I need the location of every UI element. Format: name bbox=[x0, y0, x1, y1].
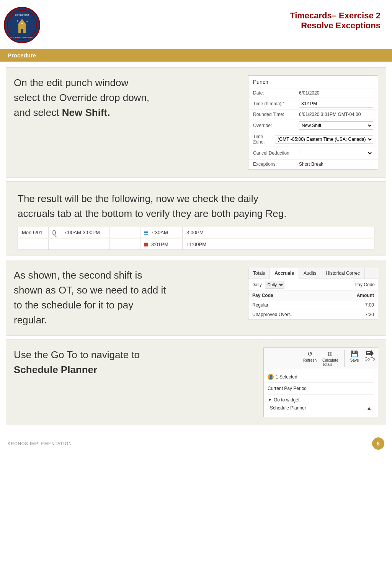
punch-label-exceptions: Exceptions: bbox=[253, 161, 299, 167]
section2: The result will be the following, now we… bbox=[6, 181, 386, 256]
accruals-container: Totals Accruals Audits Historical Correc… bbox=[248, 268, 378, 320]
goto-selected-label: 1 Selected bbox=[276, 374, 297, 380]
tc-punch-in-2: 3:01PM bbox=[140, 239, 183, 250]
punch-select-cancel[interactable] bbox=[299, 149, 373, 157]
goto-widget-label[interactable]: ▼ Go to widget bbox=[268, 396, 374, 404]
accruals-tabs: Totals Accruals Audits Historical Correc bbox=[248, 268, 378, 279]
tab-totals[interactable]: Totals bbox=[248, 268, 270, 279]
title-line2: Resolve Exceptions bbox=[42, 21, 381, 31]
section1-line3: and select New Shift. bbox=[14, 105, 240, 120]
goto-panel: ↺ Refresh ⊞ CalculateTotals 💾 Save Go To bbox=[263, 347, 378, 417]
procedure-bar: Procedure bbox=[0, 49, 392, 62]
goto-selected-row: 👤 1 Selected bbox=[268, 372, 374, 383]
section1-line1: On the edit punch window bbox=[14, 75, 240, 90]
accruals-filter-label: Daily bbox=[252, 282, 262, 287]
accruals-col-paycode: Pay Code bbox=[248, 291, 334, 300]
goto-widget-text: Go to widget bbox=[274, 397, 299, 403]
red-punch-icon bbox=[144, 243, 148, 246]
punch-row-exceptions: Exceptions: Short Break bbox=[248, 160, 378, 169]
punch-label-override: Override: bbox=[253, 123, 299, 128]
page-number: 8 bbox=[372, 437, 384, 450]
accruals-filter-row: Daily Daily Pay Code bbox=[248, 279, 378, 291]
tc-date-label-1: Mon 6/01 bbox=[22, 230, 42, 235]
tc-date-1: Mon 6/01 bbox=[18, 227, 49, 238]
arrow-up-icon: ▲ bbox=[366, 405, 372, 411]
calculate-icon: ⊞ bbox=[328, 350, 333, 357]
punch-select-timezone[interactable]: (GMT -05:00) Eastern Time (USA; Canada) bbox=[275, 135, 373, 144]
section3-line1: As shown, the second shift is bbox=[14, 268, 240, 283]
punch-label-time: Time (h:mma) * bbox=[253, 101, 299, 106]
tc-shift-label-1: 7:00AM-3:00PM bbox=[64, 230, 100, 235]
refresh-button[interactable]: ↺ Refresh bbox=[303, 350, 317, 367]
section1-line2: select the Override drop down, bbox=[14, 90, 240, 105]
tc-punch-out-1: 3:00PM bbox=[183, 227, 217, 238]
tab-accruals[interactable]: Accruals bbox=[270, 268, 299, 279]
accruals-table: Pay Code Amount Regular 7:00 Unapproved … bbox=[248, 291, 378, 320]
punch-value-exceptions: Short Break bbox=[299, 161, 373, 167]
calculate-button[interactable]: ⊞ CalculateTotals bbox=[322, 350, 338, 367]
svg-text:CONNECTICUT: CONNECTICUT bbox=[15, 14, 29, 16]
logo-circle: CONNECTICUT DEPT OF ADMINISTRATIVE SERVI… bbox=[4, 7, 40, 43]
accruals-cell-amount-ot: 7:30 bbox=[334, 310, 378, 320]
save-icon: 💾 bbox=[351, 350, 358, 357]
tc-search-icon[interactable] bbox=[49, 227, 60, 238]
punch-row-time: Time (h:mma) * bbox=[248, 98, 378, 110]
title-area: Timecards– Exercise 2 Resolve Exceptions bbox=[42, 7, 381, 31]
tc-punch-time-out-2: 11:00PM bbox=[186, 241, 206, 247]
section2-line2: accruals tab at the bottom to verify the… bbox=[18, 206, 374, 221]
section4-line2: Schedule Planner bbox=[14, 362, 256, 377]
goto-schedule-planner[interactable]: Schedule Planner ▲ bbox=[268, 404, 374, 412]
triangle-down-icon: ▼ bbox=[268, 397, 272, 403]
refresh-label: Refresh bbox=[303, 358, 317, 362]
schedule-planner-label: Schedule Planner bbox=[270, 405, 306, 411]
punch-value-rounded: 6/01/2020 3:01PM GMT-04:00 bbox=[299, 112, 373, 117]
procedure-label: Procedure bbox=[8, 52, 36, 59]
punch-label-timezone: Time Zone: bbox=[253, 134, 275, 145]
section4-line1: Use the Go To to navigate to bbox=[14, 347, 256, 362]
goto-period-label: Current Pay Period bbox=[268, 386, 307, 391]
tab-historical[interactable]: Historical Correc bbox=[321, 268, 365, 279]
svg-rect-10 bbox=[366, 351, 371, 355]
tc-date-2 bbox=[18, 239, 49, 250]
section3-line2: shown as OT, so we need to add it bbox=[14, 283, 240, 298]
tc-icon-2 bbox=[49, 239, 60, 250]
svg-text:DEPT OF ADMINISTRATIVE SERVICE: DEPT OF ADMINISTRATIVE SERVICES bbox=[8, 36, 36, 38]
accruals-row-regular: Regular 7:00 bbox=[248, 300, 378, 310]
punch-form-title: Punch bbox=[248, 76, 378, 88]
footer-text: KRONOS IMPLEMENTATION bbox=[8, 441, 72, 446]
header: CONNECTICUT DEPT OF ADMINISTRATIVE SERVI… bbox=[0, 0, 392, 49]
calculate-label: CalculateTotals bbox=[322, 358, 338, 367]
svg-text:★: ★ bbox=[26, 20, 28, 22]
tc-shift-1: 7:00AM-3:00PM bbox=[60, 227, 110, 238]
goto-button[interactable]: Go To bbox=[365, 350, 375, 367]
goto-label: Go To bbox=[365, 357, 375, 361]
tab-audits[interactable]: Audits bbox=[299, 268, 321, 279]
tc-punch-out-2: 11:00PM bbox=[183, 239, 217, 250]
section1-line3-prefix: and select bbox=[14, 107, 62, 118]
section3-line3: to the schedule for it to pay bbox=[14, 298, 240, 313]
section2-text: The result will be the following, now we… bbox=[18, 191, 374, 221]
goto-period-row: Current Pay Period bbox=[268, 384, 374, 393]
accruals-filter-select[interactable]: Daily bbox=[265, 281, 284, 289]
save-button[interactable]: 💾 Save bbox=[350, 350, 359, 367]
goto-toolbar: ↺ Refresh ⊞ CalculateTotals 💾 Save Go To bbox=[264, 348, 378, 369]
timecard-row-2: 3:01PM 11:00PM bbox=[18, 239, 374, 250]
accruals-cell-paycode-ot: Unapproved Overt... bbox=[248, 310, 334, 320]
punch-value-date: 6/01/2020 bbox=[299, 90, 373, 96]
section3-line4: regular. bbox=[14, 313, 240, 328]
section1: On the edit punch window select the Over… bbox=[6, 67, 386, 178]
tc-punch-time-in-2: 3:01PM bbox=[151, 241, 168, 247]
punch-select-override[interactable]: New Shift bbox=[299, 121, 373, 130]
svg-rect-6 bbox=[21, 29, 23, 33]
timecard-row-1: Mon 6/01 7:00AM-3:00PM 7:30AM 3:00PM bbox=[18, 227, 374, 238]
svg-text:★: ★ bbox=[16, 20, 18, 22]
section4-text: Use the Go To to navigate to Schedule Pl… bbox=[14, 347, 256, 377]
accruals-col-amount: Amount bbox=[334, 291, 378, 300]
connecticut-seal-icon: CONNECTICUT DEPT OF ADMINISTRATIVE SERVI… bbox=[5, 8, 39, 42]
svg-rect-12 bbox=[367, 352, 370, 353]
punch-input-time[interactable] bbox=[299, 100, 373, 108]
accruals-cell-amount-regular: 7:00 bbox=[334, 300, 378, 310]
punch-label-cancel: Cancel Deduction: bbox=[253, 150, 299, 156]
section2-line1: The result will be the following, now we… bbox=[18, 191, 374, 206]
section3: As shown, the second shift is shown as O… bbox=[6, 260, 386, 336]
